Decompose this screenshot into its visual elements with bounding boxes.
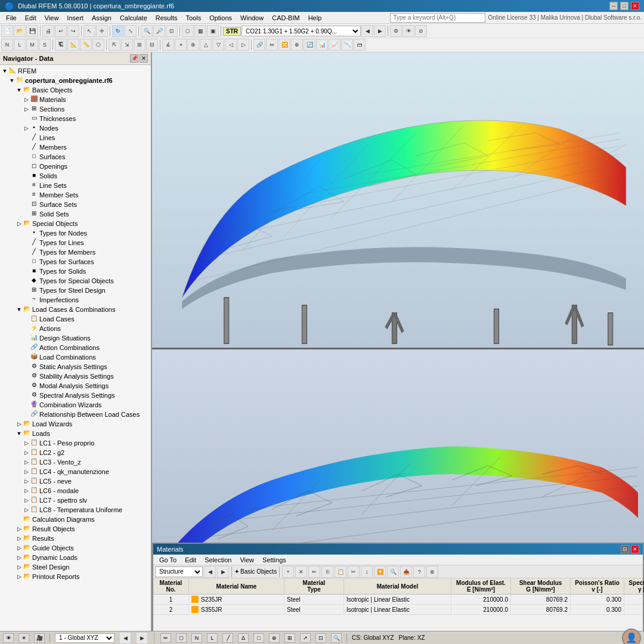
tree-item-5[interactable]: ▭Thicknesses — [0, 114, 151, 123]
mat-tb-next[interactable]: ▶ — [217, 566, 229, 578]
mat-tb-search[interactable]: 🔍 — [387, 566, 399, 578]
tree-item-50[interactable]: ▷📂Guide Objects — [0, 543, 151, 553]
mat-tb-prev[interactable]: ◀ — [204, 566, 216, 578]
tree-item-8[interactable]: ╱Members — [0, 143, 151, 152]
maximize-button[interactable]: □ — [620, 2, 628, 10]
tree-item-47[interactable]: 📂Calculation Diagrams — [0, 515, 151, 524]
tree-arrow-46[interactable]: ▷ — [23, 507, 30, 513]
tb2-16[interactable]: △ — [200, 39, 212, 51]
status-draw-5[interactable]: ╱ — [222, 633, 233, 643]
tree-arrow-45[interactable]: ▷ — [23, 497, 30, 503]
tree-item-28[interactable]: 📊Design Situations — [0, 333, 151, 343]
menu-options[interactable]: Options — [206, 13, 236, 23]
tree-item-17[interactable]: •Types for Nodes — [0, 228, 151, 238]
mat-tb-paste[interactable]: 📋 — [335, 566, 346, 578]
tree-arrow-48[interactable]: ▷ — [16, 526, 23, 532]
mat-tb-filter[interactable]: 🔽 — [374, 566, 386, 578]
status-draw-8[interactable]: ⊕ — [269, 633, 280, 643]
status-icon-2[interactable]: ☀ — [18, 633, 29, 643]
status-draw-12[interactable]: 🔍 — [331, 633, 342, 643]
mat-tb-sort[interactable]: ↕ — [361, 566, 373, 578]
menu-tools[interactable]: Tools — [182, 13, 205, 23]
mat-menu-edit[interactable]: Edit — [181, 555, 200, 565]
tree-item-15[interactable]: ⊞Solid Sets — [0, 209, 151, 219]
tree-item-52[interactable]: ▷📂Steel Design — [0, 562, 151, 572]
tree-item-21[interactable]: ■Types for Solids — [0, 267, 151, 276]
minimize-button[interactable]: ─ — [609, 2, 618, 10]
tree-arrow-25[interactable]: ▼ — [16, 306, 23, 312]
tb2-2[interactable]: L — [14, 39, 26, 51]
tree-item-32[interactable]: ⚙Stability Analysis Settings — [0, 371, 151, 381]
settings-button[interactable]: ⚙ — [390, 25, 402, 37]
tree-item-6[interactable]: ▷•Nodes — [0, 123, 151, 133]
tree-item-27[interactable]: ⚡Actions — [0, 324, 151, 333]
print-button[interactable]: 🖨 — [42, 25, 54, 37]
tb2-18[interactable]: ◁ — [225, 39, 237, 51]
tree-item-0[interactable]: ▼📐RFEM — [0, 66, 151, 76]
redo-button[interactable]: ↪ — [67, 25, 79, 37]
mat-tb-copy[interactable]: ⎘ — [321, 566, 333, 578]
mat-tb-zoom[interactable]: ⊕ — [426, 566, 438, 578]
tb2-28[interactable]: 🗃 — [354, 39, 366, 51]
tree-item-9[interactable]: □Surfaces — [0, 152, 151, 162]
status-draw-9[interactable]: ⊞ — [284, 633, 295, 643]
result-combo[interactable]: CO21 1.30G1 + 1.50G2 + 0.90Q... — [242, 26, 361, 36]
mat-tb-help[interactable]: ? — [413, 566, 425, 578]
tree-item-51[interactable]: ▷📂Dynamic Loads — [0, 553, 151, 562]
status-draw-3[interactable]: N — [191, 633, 202, 643]
tree-arrow-4[interactable]: ▷ — [23, 106, 30, 112]
menu-edit[interactable]: Edit — [21, 13, 40, 23]
status-draw-6[interactable]: ∆ — [238, 633, 249, 643]
tree-item-11[interactable]: ■Solids — [0, 171, 151, 181]
tree-item-34[interactable]: ⚙Spectral Analysis Settings — [0, 391, 151, 400]
tb2-5[interactable]: 🏗 — [55, 39, 67, 51]
tree-item-26[interactable]: 📋Load Cases — [0, 314, 151, 324]
tb2-21[interactable]: ⇔ — [266, 39, 278, 51]
tree-item-29[interactable]: 🔗Action Combinations — [0, 343, 151, 352]
zoom-out-button[interactable]: 🔎 — [153, 25, 165, 37]
undo-button[interactable]: ↩ — [55, 25, 67, 37]
tree-item-46[interactable]: ▷📋LC8 - Temperatura Uniforme — [0, 505, 151, 515]
tree-arrow-50[interactable]: ▷ — [16, 545, 23, 551]
tree-item-45[interactable]: ▷📋LC7 - spettro slv — [0, 496, 151, 505]
tree-item-24[interactable]: ~Imperfections — [0, 295, 151, 305]
tb2-14[interactable]: ⌖ — [175, 39, 187, 51]
tb2-27[interactable]: 📉 — [341, 39, 353, 51]
tb2-17[interactable]: ▽ — [212, 39, 224, 51]
tree-arrow-52[interactable]: ▷ — [16, 564, 23, 570]
tb2-23[interactable]: ⊕ — [291, 39, 303, 51]
tb2-6[interactable]: 📐 — [67, 39, 79, 51]
tree-item-4[interactable]: ▷⊞Sections — [0, 104, 151, 114]
tree-item-49[interactable]: ▷📂Results — [0, 534, 151, 543]
tree-item-31[interactable]: ⚙Static Analysis Settings — [0, 362, 151, 371]
structure-combo[interactable]: Structure — [155, 566, 203, 577]
menu-view[interactable]: View — [41, 13, 63, 23]
tree-arrow-49[interactable]: ▷ — [16, 535, 23, 541]
tree-item-16[interactable]: ▷📂Special Objects — [0, 219, 151, 228]
view-next-button[interactable]: ▶ — [136, 632, 148, 644]
tree-item-12[interactable]: ≡Line Sets — [0, 181, 151, 190]
tb2-9[interactable]: ⇱ — [109, 39, 120, 51]
rotate-button[interactable]: ↻ — [112, 25, 124, 37]
tree-item-40[interactable]: ▷📋LC2 - g2 — [0, 448, 151, 457]
hide-button[interactable]: ⊘ — [415, 25, 427, 37]
tree-arrow-41[interactable]: ▷ — [23, 459, 30, 465]
new-button[interactable]: 📄 — [1, 25, 13, 37]
view-combo[interactable]: 1 - Global XYZ — [55, 633, 114, 643]
menu-cadbim[interactable]: CAD-BIM — [268, 13, 303, 23]
mat-tb-add[interactable]: + — [282, 566, 294, 578]
tree-arrow-6[interactable]: ▷ — [23, 125, 30, 131]
tree-item-1[interactable]: ▼📁copertura_ombreggiante.rf6 — [0, 76, 151, 85]
tree-item-41[interactable]: ▷📋LC3 - Vento_z — [0, 457, 151, 467]
menu-assign[interactable]: Assign — [88, 13, 115, 23]
tree-item-2[interactable]: ▼📂Basic Objects — [0, 85, 151, 95]
search-input[interactable] — [390, 13, 485, 23]
mat-menu-view[interactable]: View — [236, 555, 258, 565]
mat-menu-settings[interactable]: Settings — [259, 555, 290, 565]
tree-arrow-43[interactable]: ▷ — [23, 478, 30, 484]
tree-item-10[interactable]: ◻Openings — [0, 162, 151, 171]
tb2-10[interactable]: ⇲ — [121, 39, 133, 51]
open-button[interactable]: 📂 — [14, 25, 26, 37]
move-button[interactable]: ✛ — [96, 25, 108, 37]
tb2-15[interactable]: ⊗ — [187, 39, 199, 51]
